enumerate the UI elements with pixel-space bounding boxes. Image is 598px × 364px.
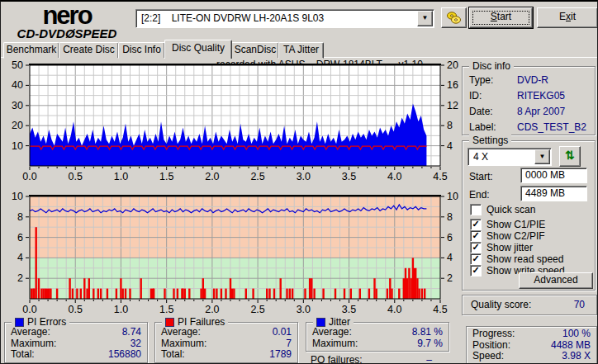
tab-benchmark[interactable]: Benchmark bbox=[3, 42, 59, 59]
pi-failures-stats-box: PI Failures Average:0.01 Maximum:7 Total… bbox=[154, 322, 298, 363]
stat-row: Maximum:9.7 % bbox=[306, 338, 448, 350]
svg-text:10: 10 bbox=[12, 140, 23, 152]
drive-selector[interactable]: [2:2] LITE-ON DVDRW LH-20A1S 9L03 ▼ bbox=[135, 9, 434, 28]
pi-failures-color-swatch bbox=[165, 318, 174, 327]
svg-text:20: 20 bbox=[447, 59, 458, 71]
checkbox-show-jitter[interactable]: ✓Show jitter bbox=[470, 242, 533, 253]
speed-row: Speed:3.98 X bbox=[467, 351, 596, 362]
disc-info-row: Label:CDS_TEST_B2 bbox=[469, 120, 595, 135]
refresh-icon: ⇅ bbox=[565, 149, 575, 162]
tab-create-disc[interactable]: Create Disc bbox=[59, 42, 119, 59]
po-failures-row: PO failures: – bbox=[311, 354, 432, 364]
tab-scandisc[interactable]: ScanDisc bbox=[231, 42, 279, 59]
svg-text:20: 20 bbox=[12, 120, 23, 131]
checkbox-box[interactable]: ✓ bbox=[470, 265, 482, 277]
disc-info-row: ID:RITEKG05 bbox=[469, 88, 595, 104]
stat-row: Maximum:7 bbox=[155, 338, 297, 350]
svg-text:2: 2 bbox=[17, 272, 23, 284]
quality-score-label: Quality score: bbox=[471, 299, 531, 310]
svg-text:2.5: 2.5 bbox=[250, 304, 264, 315]
drive-selector-dropdown-button[interactable]: ▼ bbox=[417, 11, 433, 26]
svg-text:8: 8 bbox=[17, 211, 23, 223]
svg-text:2: 2 bbox=[447, 272, 453, 284]
svg-text:16: 16 bbox=[447, 79, 458, 91]
logo-nero-text: nero bbox=[4, 2, 130, 28]
svg-text:12: 12 bbox=[447, 100, 458, 111]
disc-type-value: DVD-R bbox=[517, 73, 548, 88]
start-button-focus-rect bbox=[472, 11, 529, 25]
scan-speed-dropdown-button[interactable]: ▼ bbox=[534, 149, 550, 164]
svg-text:1.5: 1.5 bbox=[159, 304, 173, 315]
start-button[interactable]: Start bbox=[469, 7, 533, 28]
svg-text:1.0: 1.0 bbox=[114, 171, 128, 182]
svg-text:3.5: 3.5 bbox=[342, 171, 356, 182]
eject-button[interactable] bbox=[441, 7, 467, 28]
checkbox-show-c1-pie[interactable]: ✓Show C1/PIE bbox=[470, 219, 545, 229]
svg-text:0.5: 0.5 bbox=[69, 304, 83, 315]
svg-text:2.0: 2.0 bbox=[205, 304, 219, 315]
svg-text:4: 4 bbox=[17, 252, 23, 263]
exit-button[interactable]: Exit bbox=[537, 7, 598, 28]
tab-ta-jitter[interactable]: TA Jitter bbox=[278, 42, 324, 59]
position-row: Position:4488 MB bbox=[467, 340, 596, 352]
svg-text:0.5: 0.5 bbox=[69, 171, 83, 182]
jitter-stats-box: Jitter Average:8.81 % Maximum:9.7 % bbox=[306, 322, 449, 352]
pi-errors-stats-box: PI Errors Average:8.74 Maximum:32 Total:… bbox=[4, 322, 148, 363]
pi-errors-color-swatch bbox=[15, 318, 24, 327]
checkbox-show-read-speed[interactable]: ✓Show read speed bbox=[470, 253, 563, 264]
pi-errors-speed-chart: 1020304050481216200.00.51.01.52.02.53.03… bbox=[1, 59, 460, 185]
svg-text:6: 6 bbox=[17, 232, 23, 243]
svg-text:0.0: 0.0 bbox=[22, 304, 36, 315]
disc-info-title: Disc info bbox=[469, 60, 514, 72]
svg-text:3.0: 3.0 bbox=[297, 304, 311, 315]
stat-row: Average:8.81 % bbox=[306, 327, 448, 338]
disc-id-value: RITEKG05 bbox=[517, 88, 565, 104]
tab-disc-info[interactable]: Disc Info bbox=[118, 42, 165, 59]
checkbox-quick-scan[interactable]: Quick scan bbox=[470, 204, 535, 215]
svg-text:1.5: 1.5 bbox=[159, 171, 173, 182]
start-position-label: Start: bbox=[469, 171, 493, 182]
checkbox-box[interactable]: ✓ bbox=[470, 253, 482, 265]
stat-row: Average:0.01 bbox=[155, 327, 297, 338]
svg-text:10: 10 bbox=[447, 191, 458, 202]
settings-groupbox: Settings 4 X ▼ ⇅ Start: 0000 MB End: 448… bbox=[462, 140, 596, 291]
svg-text:8: 8 bbox=[447, 120, 453, 131]
disc-date-value: 8 Apr 2007 bbox=[517, 104, 565, 120]
checkbox-box[interactable] bbox=[470, 204, 482, 215]
advanced-button[interactable]: Advanced bbox=[519, 272, 593, 289]
checkbox-show-c2-pif[interactable]: ✓Show C2/PIF bbox=[470, 230, 545, 241]
chevron-down-icon: ▼ bbox=[422, 14, 429, 21]
svg-text:10: 10 bbox=[12, 191, 23, 202]
svg-text:8: 8 bbox=[447, 211, 453, 223]
end-position-input[interactable]: 4489 MB bbox=[520, 186, 587, 201]
nero-cdspeed-logo: nero CD-DVDØSPEED bbox=[4, 2, 130, 40]
jitter-legend: Jitter bbox=[313, 316, 354, 328]
refresh-button[interactable]: ⇅ bbox=[559, 146, 581, 167]
eject-discs-icon bbox=[445, 11, 463, 25]
disc-info-row: Type:DVD-R bbox=[469, 73, 595, 88]
start-position-input[interactable]: 0000 MB bbox=[520, 168, 587, 183]
svg-text:4.0: 4.0 bbox=[387, 304, 401, 315]
stat-row: Total:1789 bbox=[155, 349, 297, 361]
svg-text:50: 50 bbox=[12, 59, 23, 71]
checkbox-box[interactable]: ✓ bbox=[470, 242, 482, 253]
svg-text:4.5: 4.5 bbox=[433, 171, 447, 182]
svg-text:30: 30 bbox=[12, 100, 23, 111]
tab-disc-quality[interactable]: Disc Quality bbox=[164, 40, 232, 59]
quality-score-value: 70 bbox=[574, 299, 585, 310]
disc-label-value: CDS_TEST_B2 bbox=[517, 120, 586, 135]
app-window: nero CD-DVDØSPEED [2:2] LITE-ON DVDRW LH… bbox=[0, 0, 598, 364]
svg-text:2.0: 2.0 bbox=[205, 171, 219, 182]
scan-speed-select[interactable]: 4 X ▼ bbox=[467, 148, 552, 166]
quality-score-box: Quality score: 70 bbox=[462, 295, 597, 315]
progress-row: Progress:100 % bbox=[467, 329, 596, 340]
svg-text:6: 6 bbox=[447, 232, 453, 243]
svg-text:40: 40 bbox=[12, 79, 23, 91]
settings-title: Settings bbox=[469, 135, 511, 146]
scan-speed-value: 4 X bbox=[473, 150, 534, 163]
checkbox-box[interactable]: ✓ bbox=[470, 230, 482, 242]
checkbox-box[interactable]: ✓ bbox=[470, 219, 482, 230]
logo-cdspeed-text: CD-DVDØSPEED bbox=[4, 27, 130, 40]
chevron-down-icon: ▼ bbox=[539, 153, 546, 160]
stat-row: Average:8.74 bbox=[5, 327, 147, 338]
